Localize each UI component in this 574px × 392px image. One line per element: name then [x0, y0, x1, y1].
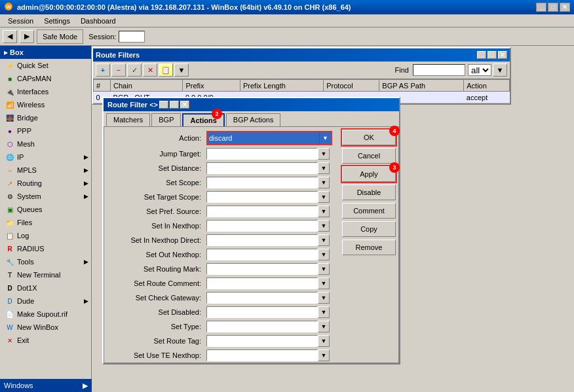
session-input[interactable]	[119, 31, 145, 43]
set-pref-source-dropdown[interactable]: ▼	[318, 205, 330, 217]
sidebar-item-new-terminal[interactable]: T New Terminal	[0, 268, 91, 281]
maximize-button[interactable]: □	[548, 3, 558, 12]
remove-toolbar-button[interactable]: −	[111, 63, 126, 77]
sidebar-item-new-winbox[interactable]: W New WinBox	[0, 321, 91, 334]
sidebar-item-make-supout[interactable]: 📄 Make Supout.rif	[0, 308, 91, 321]
find-dropdown[interactable]: ▼	[493, 63, 507, 77]
set-out-nexthop-dropdown[interactable]: ▼	[318, 249, 330, 260]
sidebar-item-log[interactable]: 📋 Log	[0, 229, 91, 242]
set-scope-dropdown[interactable]: ▼	[318, 177, 330, 188]
jump-target-input[interactable]	[206, 148, 318, 160]
menu-dashboard[interactable]: Dashboard	[75, 16, 121, 26]
set-routing-mark-dropdown[interactable]: ▼	[318, 263, 330, 275]
set-check-gateway-dropdown[interactable]: ▼	[318, 292, 330, 304]
ok-button[interactable]: OK	[342, 130, 396, 145]
set-disabled-dropdown[interactable]: ▼	[318, 306, 330, 318]
sidebar-item-routing[interactable]: ↗ Routing ▶	[0, 177, 91, 190]
set-in-nexthop-direct-dropdown[interactable]: ▼	[318, 234, 330, 246]
set-type-dropdown[interactable]: ▼	[318, 321, 330, 332]
set-scope-input[interactable]	[206, 177, 318, 188]
back-button[interactable]: ◀	[3, 30, 17, 43]
filter-button[interactable]: ▼	[174, 63, 189, 77]
sidebar-item-ppp[interactable]: ● PPP	[0, 124, 91, 137]
action-dropdown[interactable]: ▼	[319, 132, 331, 144]
route-filters-maximize[interactable]: □	[488, 51, 497, 59]
sidebar-item-radius[interactable]: R RADIUS	[0, 242, 91, 255]
jump-target-dropdown[interactable]: ▼	[318, 148, 330, 160]
label-set-route-tag: Set Route Tag:	[108, 337, 206, 345]
forward-button[interactable]: ▶	[20, 30, 34, 43]
dialog-close[interactable]: ✕	[180, 101, 189, 109]
sidebar-item-mesh[interactable]: ⬡ Mesh	[0, 137, 91, 151]
sidebar-item-dot1x[interactable]: D Dot1X	[0, 281, 91, 294]
set-out-nexthop-input[interactable]	[206, 249, 318, 260]
menu-session[interactable]: Session	[3, 16, 39, 26]
find-input[interactable]	[413, 64, 465, 76]
sidebar-item-quick-set[interactable]: ⚡ Quick Set	[0, 59, 91, 72]
set-check-gateway-input[interactable]	[206, 292, 318, 304]
sidebar-item-interfaces[interactable]: 🔌 Interfaces	[0, 85, 91, 98]
find-select[interactable]: all	[468, 64, 491, 76]
set-route-tag-input[interactable]	[206, 335, 318, 347]
cancel-button[interactable]: Cancel	[342, 148, 396, 164]
routing-arrow: ▶	[84, 180, 88, 187]
tab-bgp[interactable]: BGP	[151, 113, 181, 126]
main-layout: ▸ Box ⚡ Quick Set ■ CAPsMAN 🔌 Interfaces…	[0, 46, 574, 392]
set-in-nexthop-direct-input[interactable]	[206, 234, 318, 246]
action-input[interactable]	[208, 132, 319, 144]
sidebar-item-dude[interactable]: D Dude ▶	[0, 294, 91, 308]
sidebar-item-wireless[interactable]: 📶 Wireless	[0, 98, 91, 111]
safe-mode-button[interactable]: Safe Mode	[37, 29, 83, 44]
label-set-in-nexthop-direct: Set In Nexthop Direct:	[108, 236, 206, 244]
copy-toolbar-button[interactable]: 📋	[159, 63, 173, 77]
set-distance-input[interactable]	[206, 162, 318, 174]
set-distance-dropdown[interactable]: ▼	[318, 162, 330, 174]
set-use-te-nexthop-input[interactable]	[206, 349, 318, 361]
sidebar-item-tools[interactable]: 🔧 Tools ▶	[0, 255, 91, 268]
menu-settings[interactable]: Settings	[39, 16, 75, 26]
set-route-comment-input[interactable]	[206, 277, 318, 289]
form-row-jump-target: Jump Target: ▼	[108, 148, 337, 160]
set-route-comment-dropdown[interactable]: ▼	[318, 277, 330, 289]
sidebar-label-wireless: Wireless	[17, 101, 45, 109]
route-filters-close[interactable]: ✕	[498, 51, 507, 59]
remove-button[interactable]: Remove	[342, 240, 396, 255]
set-target-scope-input[interactable]	[206, 191, 318, 203]
comment-button[interactable]: Comment	[342, 203, 396, 219]
tab-bgp-actions[interactable]: BGP Actions	[226, 113, 281, 126]
set-disabled-input[interactable]	[206, 306, 318, 318]
cancel-toolbar-button[interactable]: ✕	[143, 63, 157, 77]
sidebar-item-capsman[interactable]: ■ CAPsMAN	[0, 72, 91, 85]
check-button[interactable]: ✓	[127, 63, 142, 77]
sidebar-item-queues[interactable]: ▣ Queues	[0, 203, 91, 216]
set-routing-mark-input[interactable]	[206, 263, 318, 275]
winbox-icon: W	[5, 323, 14, 332]
set-route-tag-dropdown[interactable]: ▼	[318, 335, 330, 347]
sidebar-item-bridge[interactable]: 🌉 Bridge	[0, 111, 91, 124]
route-filters-minimize[interactable]: _	[477, 51, 486, 59]
sidebar-item-files[interactable]: 📁 Files	[0, 216, 91, 229]
sidebar-item-exit[interactable]: ✕ Exit	[0, 334, 91, 347]
set-target-scope-dropdown[interactable]: ▼	[318, 191, 330, 203]
tab-matchers[interactable]: Matchers	[106, 113, 150, 126]
set-type-input[interactable]	[206, 321, 318, 332]
close-button[interactable]: ✕	[560, 3, 570, 12]
minimize-button[interactable]: _	[536, 3, 546, 12]
add-button[interactable]: +	[96, 63, 110, 77]
sidebar-item-system[interactable]: ⚙ System ▶	[0, 190, 91, 203]
set-use-te-nexthop-dropdown[interactable]: ▼	[318, 349, 330, 361]
set-in-nexthop-dropdown[interactable]: ▼	[318, 220, 330, 232]
sidebar-item-mpls[interactable]: ↔ MPLS ▶	[0, 164, 91, 177]
copy-button[interactable]: Copy	[342, 221, 396, 237]
apply-button[interactable]: Apply	[342, 166, 396, 182]
tools-arrow: ▶	[84, 258, 88, 265]
set-scope-wrapper: ▼	[206, 177, 330, 188]
col-bgp-as-path: BGP AS Path	[379, 80, 464, 92]
dialog-minimize[interactable]: _	[159, 101, 168, 109]
set-in-nexthop-input[interactable]	[206, 220, 318, 232]
set-pref-source-input[interactable]	[206, 205, 318, 217]
dialog-maximize[interactable]: □	[170, 101, 179, 109]
sidebar-item-ip[interactable]: 🌐 IP ▶	[0, 151, 91, 164]
disable-button[interactable]: Disable	[342, 185, 396, 200]
mesh-icon: ⬡	[5, 139, 14, 149]
